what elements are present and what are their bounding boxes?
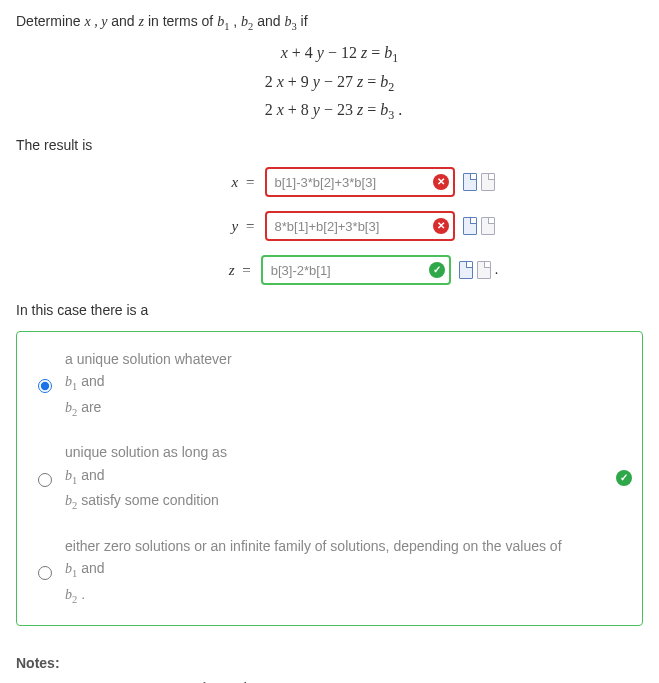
incorrect-icon: ✕ bbox=[433, 218, 449, 234]
case-label: In this case there is a bbox=[16, 301, 643, 321]
answer-row-x: x = ✕ bbox=[16, 167, 643, 197]
equation-system: x + 4 y − 12 z = b1 2 x + 9 y − 27 z = b… bbox=[16, 40, 643, 125]
answer-row-z: z = ✓ . bbox=[16, 255, 643, 285]
help-icon[interactable] bbox=[481, 173, 495, 191]
input-z[interactable] bbox=[261, 255, 451, 285]
choice-1-text: a unique solution whatever b1 and b2 are bbox=[65, 348, 232, 422]
label-y: y = bbox=[37, 216, 257, 237]
question-prompt: Determine x , y and z in terms of b1 , b… bbox=[16, 12, 643, 34]
correct-icon: ✓ bbox=[616, 470, 632, 486]
period: . bbox=[495, 260, 499, 280]
note-1: the Maple syntax for b1 − 12b2 − 13b3 is… bbox=[40, 679, 643, 683]
input-wrap-z: ✓ bbox=[261, 255, 451, 285]
equation-1: x + 4 y − 12 z = b1 bbox=[16, 40, 643, 68]
help-icon[interactable] bbox=[477, 261, 491, 279]
incorrect-icon: ✕ bbox=[433, 174, 449, 190]
help-icon[interactable] bbox=[481, 217, 495, 235]
correct-icon: ✓ bbox=[429, 262, 445, 278]
input-wrap-x: ✕ bbox=[265, 167, 455, 197]
input-y[interactable] bbox=[265, 211, 455, 241]
preview-icon[interactable] bbox=[459, 261, 473, 279]
equation-2: 2 x + 9 y − 27 z = b2 bbox=[16, 69, 643, 97]
input-wrap-y: ✕ bbox=[265, 211, 455, 241]
prompt-vars-xy: x , y bbox=[84, 14, 107, 29]
radio-3[interactable] bbox=[38, 566, 52, 580]
radio-1[interactable] bbox=[38, 379, 52, 393]
choice-3-text: either zero solutions or an infinite fam… bbox=[65, 535, 562, 609]
icon-buttons-x bbox=[463, 173, 495, 191]
choice-box: a unique solution whatever b1 and b2 are… bbox=[16, 331, 643, 626]
choice-3[interactable]: either zero solutions or an infinite fam… bbox=[29, 525, 630, 619]
choice-2[interactable]: unique solution as long as b1 and b2 sat… bbox=[29, 431, 630, 525]
result-label: The result is bbox=[16, 136, 643, 156]
prompt-b1: b1 bbox=[217, 14, 229, 29]
prompt-mid: in terms of bbox=[144, 13, 217, 29]
icon-buttons-y bbox=[463, 217, 495, 235]
notes-list: the Maple syntax for b1 − 12b2 − 13b3 is… bbox=[18, 679, 643, 683]
radio-2[interactable] bbox=[38, 473, 52, 487]
prompt-b3: b3 bbox=[284, 14, 296, 29]
prompt-and2: and bbox=[253, 13, 284, 29]
input-x[interactable] bbox=[265, 167, 455, 197]
prompt-prefix: Determine bbox=[16, 13, 84, 29]
answer-row-y: y = ✕ bbox=[16, 211, 643, 241]
prompt-b2: b2 bbox=[241, 14, 253, 29]
preview-icon[interactable] bbox=[463, 217, 477, 235]
notes-heading: Notes: bbox=[16, 654, 643, 674]
equation-3: 2 x + 8 y − 23 z = b3 . bbox=[16, 97, 643, 125]
prompt-suffix: if bbox=[297, 13, 308, 29]
icon-buttons-z: . bbox=[459, 260, 499, 280]
preview-icon[interactable] bbox=[463, 173, 477, 191]
label-x: x = bbox=[37, 172, 257, 193]
label-z: z = bbox=[33, 260, 253, 281]
prompt-and1: and bbox=[107, 13, 138, 29]
prompt-comma: , bbox=[229, 13, 241, 29]
choice-1[interactable]: a unique solution whatever b1 and b2 are bbox=[29, 338, 630, 432]
choice-2-text: unique solution as long as b1 and b2 sat… bbox=[65, 441, 227, 515]
